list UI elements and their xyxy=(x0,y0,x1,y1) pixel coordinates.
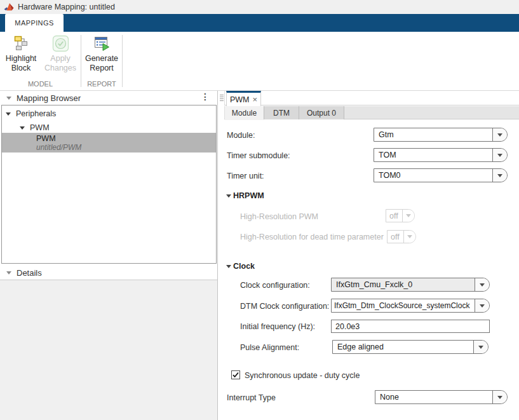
dropdown-arrow-icon[interactable] xyxy=(475,299,489,312)
module-dropdown-value: Gtm xyxy=(374,128,492,141)
doc-tab-pwm-label: PWM xyxy=(230,95,250,104)
toolbar: Highlight Block Apply Changes xyxy=(0,32,519,91)
hr-dead-time-label: High-Resolution for dead time parameter xyxy=(240,232,384,242)
toolbar-divider xyxy=(81,35,81,87)
apply-changes-label-line2: Changes xyxy=(42,64,79,73)
tree-item-pwm-group[interactable]: PWM xyxy=(2,122,216,133)
section-label-model: MODEL xyxy=(0,80,81,88)
module-dropdown[interactable]: Gtm xyxy=(374,128,508,142)
hrpwm-section-title: HRPWM xyxy=(233,191,264,200)
timer-submodule-label: Timer submodule: xyxy=(227,151,290,161)
hardware-mapping-window: Hardware Mapping: untitled MAPPINGS High… xyxy=(0,0,519,420)
mapping-browser-panel: Mapping Browser ⋮ Peripherals PWM PWM un… xyxy=(0,91,218,420)
tab-module[interactable]: Module xyxy=(225,106,264,120)
clock-config-dropdown[interactable]: IfxGtm_Cmu_Fxclk_0 xyxy=(331,278,490,292)
initial-frequency-input[interactable] xyxy=(331,320,490,333)
timer-unit-dropdown-value: TOM0 xyxy=(374,169,492,182)
apply-changes-icon xyxy=(52,35,69,52)
clock-section-title: Clock xyxy=(233,262,255,271)
sync-update-label: Synchronous update - duty cycle xyxy=(245,370,360,381)
generate-report-icon xyxy=(93,35,111,52)
tree-expand-icon[interactable] xyxy=(6,112,11,116)
panel-splitter[interactable] xyxy=(219,91,224,420)
tab-mappings[interactable]: MAPPINGS xyxy=(5,14,64,32)
sync-update-checkbox[interactable] xyxy=(231,370,240,379)
collapse-caret-icon[interactable] xyxy=(6,271,11,274)
hr-pwm-dropdown-value: off xyxy=(386,210,402,222)
window-title: Hardware Mapping: untitled xyxy=(18,3,115,11)
tree-item-pwm-group-label: PWM xyxy=(30,123,50,132)
apply-changes-button[interactable]: Apply Changes xyxy=(42,35,79,81)
document-tab-bar xyxy=(224,91,519,105)
highlight-block-label-line2: Block xyxy=(3,64,39,73)
section-label-report: REPORT xyxy=(81,80,122,88)
pulse-alignment-dropdown[interactable]: Edge aligned xyxy=(332,340,489,354)
section-collapse-icon[interactable] xyxy=(226,265,231,268)
pulse-alignment-dropdown-value: Edge aligned xyxy=(333,341,473,353)
dtm-clock-config-dropdown[interactable]: IfxGtm_Dtm_ClockSource_systemClock xyxy=(331,299,490,313)
timer-submodule-dropdown-value: TOM xyxy=(374,149,492,161)
splitter-grip-icon[interactable] xyxy=(220,95,224,102)
collapse-caret-icon[interactable] xyxy=(6,97,11,100)
dropdown-arrow-icon[interactable] xyxy=(492,391,507,403)
dtm-clock-config-dropdown-value: IfxGtm_Dtm_ClockSource_systemClock xyxy=(332,299,475,312)
pulse-alignment-label: Pulse Alignment: xyxy=(240,342,299,353)
tree-item-pwm-instance-path: untitled/PWM xyxy=(36,143,81,152)
clock-config-label: Clock configuration: xyxy=(240,280,310,290)
dropdown-arrow-icon xyxy=(403,231,415,243)
dropdown-arrow-icon[interactable] xyxy=(473,341,488,353)
title-bar: Hardware Mapping: untitled xyxy=(0,0,519,14)
timer-submodule-dropdown[interactable]: TOM xyxy=(374,148,508,162)
highlight-block-label-line1: Highlight xyxy=(3,54,39,64)
tree-item-peripherals-label: Peripherals xyxy=(16,109,56,118)
highlight-block-icon xyxy=(13,35,30,52)
clock-section-header[interactable]: Clock xyxy=(226,261,255,271)
apply-changes-label-line1: Apply xyxy=(42,54,79,64)
highlight-block-button[interactable]: Highlight Block xyxy=(3,35,39,81)
close-icon[interactable]: × xyxy=(252,95,257,104)
section-collapse-icon[interactable] xyxy=(226,194,231,198)
hr-dead-time-dropdown-value: off xyxy=(388,231,403,243)
generate-report-label-line2: Report xyxy=(83,64,120,73)
doc-tab-pwm[interactable]: PWM × xyxy=(226,91,261,106)
timer-unit-dropdown[interactable]: TOM0 xyxy=(374,168,508,182)
interrupt-type-dropdown[interactable]: None xyxy=(375,390,508,404)
details-header: Details ⋮ xyxy=(0,266,217,280)
module-label: Module: xyxy=(227,130,255,140)
mapping-browser-title: Mapping Browser xyxy=(17,93,81,103)
initial-frequency-label: Initial frequency (Hz): xyxy=(240,322,315,332)
dropdown-arrow-icon[interactable] xyxy=(492,149,507,161)
details-body xyxy=(0,280,217,420)
toolbar-divider xyxy=(122,35,123,87)
dropdown-arrow-icon[interactable] xyxy=(492,169,507,182)
dtm-clock-config-label: DTM Clock configuration: xyxy=(240,301,329,311)
ribbon-tab-strip: MAPPINGS xyxy=(0,14,519,32)
generate-report-button[interactable]: Generate Report xyxy=(83,35,120,81)
generate-report-label-line1: Generate xyxy=(83,54,120,64)
kebab-menu-icon[interactable]: ⋮ xyxy=(201,91,210,102)
tab-output0[interactable]: Output 0 xyxy=(299,106,344,119)
tree-item-pwm-instance-name: PWM xyxy=(36,134,56,143)
interrupt-type-dropdown-value: None xyxy=(375,391,492,403)
mapping-browser-header: Mapping Browser ⋮ xyxy=(0,91,217,105)
tree-item-pwm-instance[interactable]: PWM untitled/PWM xyxy=(2,133,216,152)
tree-item-peripherals[interactable]: Peripherals xyxy=(2,108,216,119)
tab-output0-label: Output 0 xyxy=(307,109,336,118)
tab-module-label: Module xyxy=(232,109,257,118)
checkmark-icon xyxy=(232,371,239,379)
dropdown-arrow-icon xyxy=(402,210,414,222)
hr-pwm-label: High-Resolution PWM xyxy=(240,212,318,222)
tab-dtm-label: DTM xyxy=(273,109,290,118)
dropdown-arrow-icon[interactable] xyxy=(492,128,507,141)
tree-expand-icon[interactable] xyxy=(20,126,25,130)
clock-config-dropdown-value: IfxGtm_Cmu_Fxclk_0 xyxy=(332,278,475,291)
hr-dead-time-dropdown: off xyxy=(387,230,416,243)
details-title: Details xyxy=(17,268,42,278)
matlab-icon xyxy=(4,2,14,12)
mapping-browser-tree: Peripherals PWM PWM untitled/PWM xyxy=(1,105,217,264)
dropdown-arrow-icon[interactable] xyxy=(475,278,489,291)
tab-dtm[interactable]: DTM xyxy=(264,106,299,119)
editor-panel: PWM × Module DTM Output 0 Module: Gtm Ti… xyxy=(224,91,519,420)
hrpwm-section-header[interactable]: HRPWM xyxy=(226,191,264,201)
interrupt-type-label: Interrupt Type xyxy=(227,393,276,403)
